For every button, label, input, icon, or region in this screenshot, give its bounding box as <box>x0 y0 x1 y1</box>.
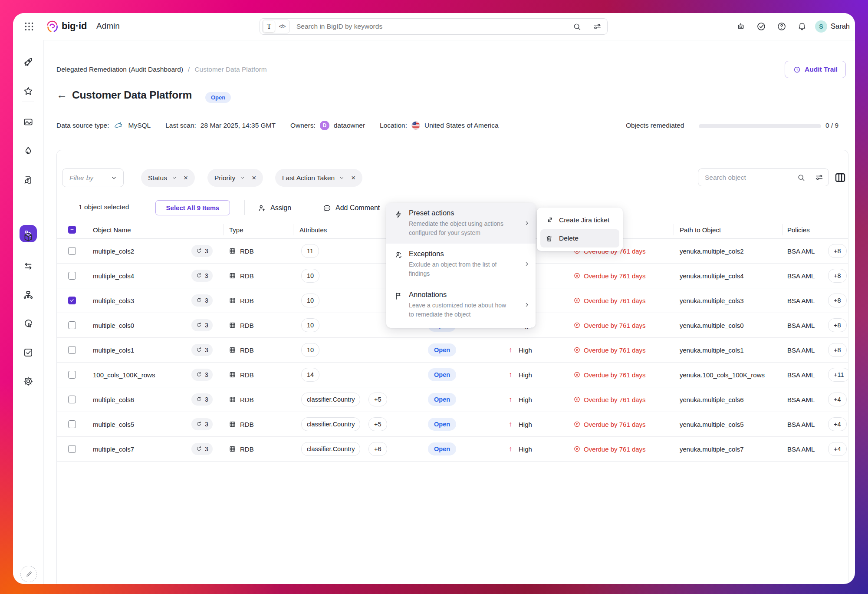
chevron-down-icon[interactable] <box>339 175 345 181</box>
attributes-pill[interactable]: classifier.Country <box>301 442 360 456</box>
filter-chip-priority[interactable]: Priority × <box>207 169 263 187</box>
row-checkbox[interactable] <box>68 247 76 255</box>
attributes-pill[interactable]: 14 <box>301 368 319 382</box>
object-name[interactable]: multiple_cols2 <box>93 247 134 254</box>
object-name[interactable]: multiple_cols1 <box>93 346 134 353</box>
search-icon[interactable] <box>797 173 806 182</box>
policies-more-pill[interactable]: +4 <box>828 417 847 431</box>
help-icon[interactable] <box>776 21 787 32</box>
row-checkbox[interactable] <box>68 396 76 403</box>
attributes-more-pill[interactable]: +6 <box>368 442 387 456</box>
attributes-pill[interactable]: 10 <box>301 318 319 332</box>
assign-button[interactable]: Assign <box>257 199 291 217</box>
attributes-pill[interactable]: 10 <box>301 343 319 357</box>
chevron-down-icon[interactable] <box>171 175 178 181</box>
sidebar-access-cursor-icon[interactable] <box>23 318 34 329</box>
policies-more-pill[interactable]: +4 <box>828 393 847 406</box>
column-header-type[interactable]: Type <box>229 226 243 234</box>
close-icon[interactable]: × <box>252 174 256 182</box>
assistant-bot-icon[interactable] <box>736 21 746 32</box>
sidebar-data-network-icon[interactable] <box>23 289 34 300</box>
add-comment-button[interactable]: Add Comment <box>322 199 380 217</box>
user-avatar[interactable]: S <box>815 20 827 33</box>
sidebar-compliance-check-icon[interactable] <box>23 347 34 358</box>
close-icon[interactable]: × <box>351 174 355 182</box>
global-search-bar[interactable]: T </> <box>260 18 608 35</box>
attributes-pill[interactable]: 10 <box>301 294 319 307</box>
notifications-bell-icon[interactable] <box>797 21 807 32</box>
filter-chip-last-action-taken[interactable]: Last Action Taken × <box>275 169 362 187</box>
attributes-pill[interactable]: classifier.Country <box>301 393 360 406</box>
table-row[interactable]: multiple_cols1 3 RDB 10 Open ↑ High Over… <box>57 337 848 363</box>
column-header-policies[interactable]: Policies <box>787 226 810 234</box>
back-arrow[interactable]: ← <box>56 89 67 100</box>
row-checkbox[interactable] <box>68 272 76 280</box>
select-all-button[interactable]: Select All 9 Items <box>155 200 230 215</box>
object-name[interactable]: multiple_cols3 <box>93 297 134 304</box>
sidebar-hotspots-icon[interactable] <box>23 145 34 156</box>
sidebar-catalog-search-icon[interactable] <box>23 174 34 185</box>
object-name[interactable]: 100_cols_100K_rows <box>93 371 155 378</box>
submenu-item-create-jira-ticket[interactable]: Create Jira ticket <box>540 211 619 229</box>
search-filter-icon[interactable] <box>592 22 602 31</box>
sidebar-favorites-star-icon[interactable] <box>23 86 34 97</box>
chevron-down-icon[interactable] <box>239 175 246 181</box>
policies-more-pill[interactable]: +4 <box>828 442 847 456</box>
table-row[interactable]: 100_cols_100K_rows 3 RDB 14 Open ↑ High … <box>57 362 848 387</box>
owner-avatar[interactable]: D <box>320 121 329 130</box>
row-checkbox[interactable] <box>68 321 76 329</box>
object-name[interactable]: multiple_cols6 <box>93 396 134 403</box>
attributes-pill[interactable]: classifier.Country <box>301 417 360 431</box>
manage-columns-icon[interactable] <box>834 171 847 184</box>
close-icon[interactable]: × <box>184 174 188 182</box>
object-name[interactable]: multiple_cols4 <box>93 272 134 279</box>
filter-chip-status[interactable]: Status × <box>141 169 195 187</box>
table-row[interactable]: multiple_cols6 3 RDB classifier.Country … <box>57 387 848 412</box>
policies-more-pill[interactable]: +8 <box>828 343 847 357</box>
row-checkbox[interactable] <box>68 371 76 379</box>
breadcrumb-parent[interactable]: Delegated Remediation (Audit Dashboard) <box>56 66 183 73</box>
row-checkbox-checked[interactable] <box>68 297 76 304</box>
text-mode-button[interactable]: T <box>263 21 275 32</box>
attributes-pill[interactable]: 10 <box>301 269 319 283</box>
search-mode-toggle[interactable]: T </> <box>262 20 290 33</box>
row-checkbox[interactable] <box>68 445 76 453</box>
sidebar-data-flows-icon[interactable] <box>23 261 34 272</box>
menu-item-preset-actions[interactable]: Preset actions Remediate the object usin… <box>386 203 536 244</box>
select-all-checkbox[interactable] <box>68 226 76 234</box>
sidebar-rocket-icon[interactable] <box>23 56 34 68</box>
code-mode-button[interactable]: </> <box>276 21 289 32</box>
sidebar-dashboard-icon[interactable] <box>23 116 34 128</box>
advanced-filter-icon[interactable] <box>815 173 824 182</box>
submenu-item-delete[interactable]: Delete <box>540 229 619 248</box>
user-name[interactable]: Sarah <box>831 22 850 30</box>
global-search-input[interactable] <box>296 22 572 31</box>
search-icon[interactable] <box>572 22 582 31</box>
menu-item-annotations[interactable]: Annotations Leave a customized note abou… <box>386 284 536 325</box>
app-launcher-icon[interactable] <box>23 21 35 32</box>
row-checkbox[interactable] <box>68 346 76 354</box>
policies-more-pill[interactable]: +11 <box>828 368 848 382</box>
attributes-more-pill[interactable]: +5 <box>368 417 387 431</box>
column-header-path[interactable]: Path to Object <box>680 226 721 234</box>
table-row[interactable]: multiple_cols7 3 RDB classifier.Country … <box>57 436 848 462</box>
object-name[interactable]: multiple_cols0 <box>93 321 134 329</box>
sidebar-settings-gear-icon[interactable] <box>23 376 34 387</box>
object-name[interactable]: multiple_cols5 <box>93 420 134 428</box>
policies-more-pill[interactable]: +8 <box>828 269 847 283</box>
row-checkbox[interactable] <box>68 420 76 428</box>
policies-more-pill[interactable]: +8 <box>828 318 847 332</box>
sidebar-data-cube-icon[interactable] <box>23 231 34 243</box>
object-name[interactable]: multiple_cols7 <box>93 445 134 452</box>
policies-more-pill[interactable]: +8 <box>828 244 847 258</box>
filter-by-dropdown[interactable]: Filter by <box>62 168 124 187</box>
tasks-check-icon[interactable] <box>756 21 766 32</box>
column-header-attributes[interactable]: Attributes <box>299 226 327 234</box>
menu-item-exceptions[interactable]: Exceptions Exclude an object from the li… <box>386 244 536 284</box>
feedback-edit-button[interactable] <box>20 566 37 582</box>
table-row[interactable]: multiple_cols5 3 RDB classifier.Country … <box>57 412 848 437</box>
attributes-pill[interactable]: 11 <box>301 244 319 258</box>
audit-trail-button[interactable]: Audit Trail <box>785 61 846 78</box>
column-header-object-name[interactable]: Object Name <box>93 226 131 234</box>
policies-more-pill[interactable]: +8 <box>828 294 847 307</box>
